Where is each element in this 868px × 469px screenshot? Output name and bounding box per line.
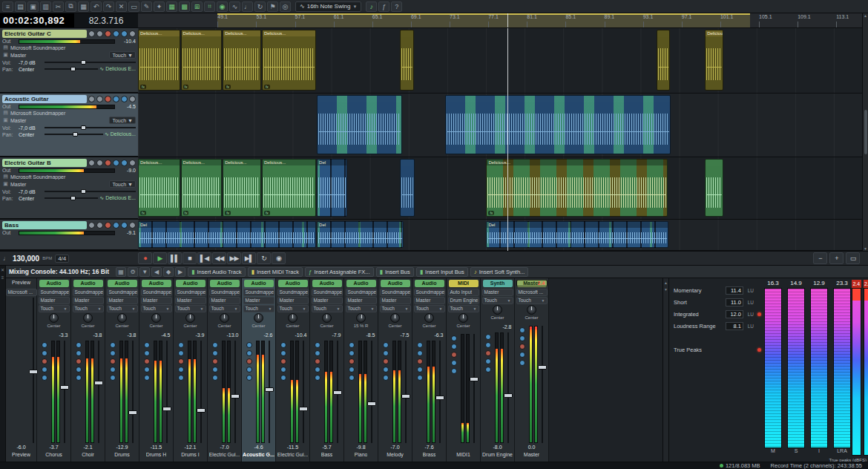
strip-input-device[interactable]: Soundmapper (414, 289, 445, 296)
automation-mode-dropdown[interactable]: Touch ▼ (109, 51, 136, 59)
console-strip-electric-gui-8[interactable]: AudioSoundmapperMasterTouch▼Center-10.4-… (276, 278, 310, 462)
fx-bypass-button[interactable] (121, 222, 128, 229)
strip-arm-button[interactable] (42, 358, 47, 364)
strip-echo-button[interactable] (212, 367, 218, 373)
clip-fx-icon[interactable]: fx (264, 211, 270, 215)
strip-fx-button[interactable] (280, 375, 286, 381)
track-header-electric-guitar-c[interactable]: Electric Guitar COut-10.4▤Microsoft Soun… (0, 28, 138, 94)
console-close-icon[interactable]: ✕ (1, 267, 4, 272)
strip-input-device[interactable]: Auto Input (448, 289, 479, 296)
clip-fx-icon[interactable]: fx (264, 85, 270, 89)
pan-slider[interactable] (45, 66, 98, 72)
strip-fx-button[interactable] (315, 375, 320, 381)
strip-solo-button[interactable] (315, 350, 320, 356)
strip-mute-button[interactable] (383, 342, 389, 348)
strip-solo-button[interactable] (519, 335, 525, 341)
insert-bus-button[interactable]: ▮Insert Bus (376, 267, 414, 277)
strip-mute-button[interactable] (144, 342, 150, 348)
mute-button[interactable] (88, 222, 95, 229)
console-strip-preview-0[interactable]: PreviewMicrosoft ...-6.0Preview (6, 278, 37, 462)
console-strip-drum-engine-14[interactable]: SynthMasterTouch▼Center-2.8-8.0Drum Engi… (481, 278, 515, 462)
audio-clip[interactable] (400, 159, 415, 217)
pan-slider[interactable] (45, 131, 103, 137)
console-strip-chorus-1[interactable]: AudioSoundmapperMasterTouch▼Center-3.3-3… (37, 278, 71, 462)
strip-arm-button[interactable] (315, 358, 320, 364)
strip-mute-button[interactable] (280, 342, 286, 348)
strip-fx-button[interactable] (519, 360, 525, 366)
track-menu-button[interactable] (129, 30, 136, 37)
volume-handle[interactable] (81, 125, 86, 130)
menu-icon[interactable]: ≡ (2, 1, 13, 12)
audio-engine-icon[interactable]: ◉ (217, 1, 228, 12)
strip-echo-button[interactable] (383, 367, 389, 373)
insert-soft-synth-button[interactable]: ♪Insert Soft Synth... (470, 267, 529, 277)
console-strip-electric-gui-6[interactable]: AudioSoundmapperMasterTouch▼Center-13.0-… (208, 278, 242, 462)
pan-knob[interactable] (117, 313, 127, 323)
audio-clip[interactable]: Del (317, 159, 347, 217)
fader-handle[interactable] (401, 394, 410, 399)
strip-output-bus[interactable]: Master (312, 297, 343, 304)
mute-button[interactable] (88, 30, 95, 37)
strip-echo-button[interactable] (178, 367, 184, 373)
pan-knob[interactable] (83, 313, 93, 323)
audio-clip[interactable]: Delicious...fx (262, 159, 316, 217)
fader-handle[interactable] (94, 381, 103, 385)
fx-bypass-button[interactable] (121, 160, 128, 166)
solo-button[interactable] (96, 222, 103, 229)
fader-handle[interactable] (128, 410, 137, 415)
strip-arm-button[interactable] (349, 358, 355, 364)
strip-solo-button[interactable] (485, 342, 491, 348)
strip-fx-button[interactable] (349, 375, 355, 381)
strip-arm-button[interactable] (76, 358, 82, 364)
pan-knob[interactable] (424, 313, 434, 323)
strip-fx-button[interactable] (383, 375, 389, 381)
strip-output-bus[interactable]: Master (380, 297, 411, 304)
fader-handle[interactable] (60, 385, 69, 390)
strip-automation-dropdown[interactable]: Touch▼ (73, 305, 104, 312)
strip-output-bus[interactable]: Master (209, 297, 240, 304)
strip-output-bus[interactable]: Master (107, 297, 138, 304)
arm-record-button[interactable] (105, 30, 111, 37)
volume-slider[interactable] (45, 188, 136, 194)
pan-knob[interactable] (527, 305, 536, 315)
fader-handle[interactable] (333, 390, 342, 395)
strip-automation-dropdown[interactable]: Touch▼ (380, 305, 411, 312)
groove-icon[interactable]: ♪ (366, 1, 377, 12)
strip-output-bus[interactable]: Master (482, 289, 513, 296)
track-lane-electric-guitar-b[interactable]: Delicious...fxDelicious...fxDelicious...… (138, 157, 862, 220)
strip-echo-button[interactable] (246, 367, 252, 373)
strip-automation-dropdown[interactable]: Touch▼ (107, 305, 138, 312)
strip-output-bus[interactable]: Master (243, 297, 274, 304)
strip-fx-button[interactable] (246, 375, 252, 381)
fx-bypass-button[interactable] (121, 96, 128, 102)
pan-handle[interactable] (70, 67, 76, 71)
open-file-icon[interactable]: ▣ (27, 1, 39, 12)
fader-handle[interactable] (367, 401, 376, 406)
strip-solo-button[interactable] (246, 350, 252, 356)
strip-echo-button[interactable] (485, 358, 491, 364)
zoom-out-button[interactable]: − (813, 252, 827, 264)
strip-input-device[interactable]: Soundmapper (243, 289, 274, 296)
pan-knob[interactable] (151, 313, 161, 323)
audio-clip[interactable]: Delicious...fx (181, 159, 223, 217)
console-gear-icon[interactable]: ⚙ (128, 267, 138, 277)
strip-arm-button[interactable] (110, 358, 116, 364)
track-header-bass[interactable]: BassOut-9.1 (0, 220, 138, 251)
strip-arm-button[interactable] (212, 358, 218, 364)
strip-input-device[interactable]: Soundmapper (346, 289, 377, 296)
console-strip-drums-i-5[interactable]: AudioSoundmapperMasterTouch▼Center-3.9-1… (174, 278, 208, 462)
console-strip-piano-10[interactable]: AudioSoundmapperMasterTouch▼15 % R-8.5-9… (344, 278, 378, 462)
clip-fx-icon[interactable]: fx (140, 211, 146, 215)
pan-handle[interactable] (73, 132, 78, 137)
marker-icon[interactable]: ⚑ (267, 1, 278, 12)
input-echo-button[interactable] (113, 30, 119, 37)
strip-solo-button[interactable] (110, 350, 116, 356)
scrollbar-thumb[interactable] (864, 110, 867, 154)
strip-input-device[interactable]: Soundmapper (312, 289, 343, 296)
redo-icon[interactable]: ↷ (103, 1, 114, 12)
fx-bypass-button[interactable] (121, 30, 128, 37)
metronome-icon[interactable]: ♩ (3, 255, 10, 262)
insert-assignable-fx-button[interactable]: ƒInsert Assignable FX... (305, 267, 374, 277)
audio-clip[interactable]: Del (317, 221, 404, 248)
strip-input-device[interactable]: Soundmapper (209, 289, 240, 296)
